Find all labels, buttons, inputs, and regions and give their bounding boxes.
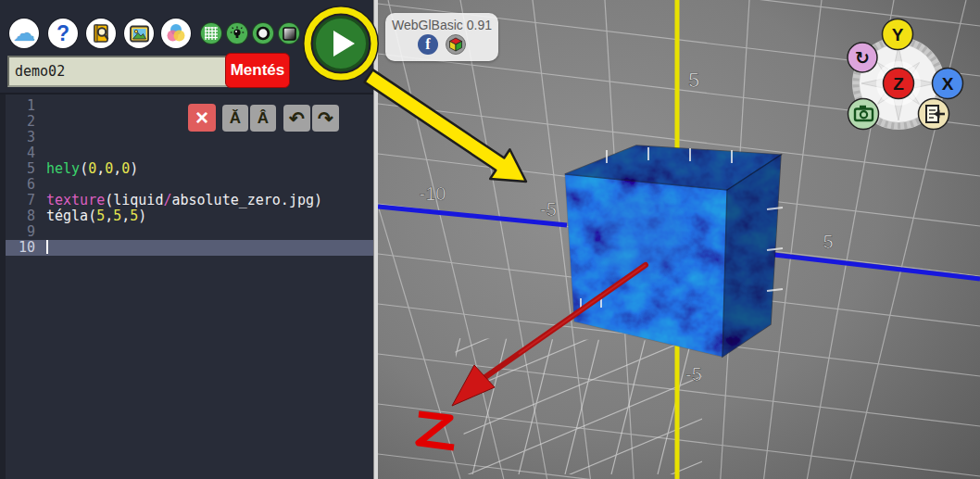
code-line[interactable]: 3 — [6, 130, 373, 145]
image-icon — [129, 23, 150, 44]
file-name-input[interactable] — [7, 56, 230, 87]
nav-z-label: Z — [893, 74, 904, 94]
app-version-label: WebGlBasic 0.91 — [385, 18, 498, 32]
image-button[interactable] — [124, 19, 154, 48]
font-decrease-button[interactable]: Ǎ — [222, 105, 248, 132]
run-button[interactable] — [313, 16, 369, 71]
cloud-icon: ☁ — [13, 22, 35, 44]
nav-rotate-button[interactable]: ↻ — [848, 43, 877, 72]
code-line[interactable]: 10 — [6, 240, 373, 256]
gradient-toggle-button[interactable] — [279, 23, 299, 44]
line-number: 10 — [6, 240, 46, 256]
app-window: ☁ ? — [0, 0, 980, 479]
font-increase-icon: Â — [258, 109, 269, 128]
redo-button[interactable]: ↷ — [312, 105, 339, 132]
book-search-icon — [91, 23, 111, 44]
line-number: 5 — [6, 161, 46, 177]
cube-logo-icon[interactable] — [446, 34, 466, 55]
code-line[interactable]: 5hely(0,0,0) — [6, 161, 373, 177]
line-content: texture(liquid/absolute_zero.jpg) — [46, 193, 322, 208]
help-button[interactable]: ? — [48, 19, 78, 48]
code-line[interactable]: 9 — [6, 224, 373, 240]
cloud-button[interactable]: ☁ — [9, 19, 39, 48]
redo-icon: ↷ — [318, 107, 333, 130]
code-panel: ☁ ? — [0, 0, 373, 479]
close-editor-button[interactable]: × — [188, 104, 216, 132]
color-palette-icon — [165, 22, 187, 44]
code-line[interactable]: 8tégla(5,5,5) — [6, 208, 373, 224]
code-line[interactable]: 4 — [6, 145, 373, 161]
sphere-toggle-button[interactable] — [253, 23, 273, 44]
font-decrease-icon: Ǎ — [230, 109, 241, 128]
grid-toggle-button[interactable] — [201, 23, 221, 44]
viewport-3d[interactable]: -10 -5 5 5 -5 — [378, 0, 980, 479]
nav-rotate-z-button[interactable]: Z — [884, 69, 914, 99]
play-icon — [333, 31, 355, 57]
light-toggle-button[interactable] — [227, 23, 247, 44]
palette-button[interactable] — [161, 19, 191, 48]
axis-label-y-neg5: -5 — [685, 364, 702, 384]
library-search-button[interactable] — [86, 19, 116, 48]
nav-x-label: X — [942, 74, 954, 94]
nav-script-button[interactable] — [919, 99, 949, 130]
line-number: 4 — [6, 145, 46, 161]
main-toolbar: ☁ ? — [0, 0, 373, 95]
light-bulb-icon — [230, 26, 245, 41]
font-increase-button[interactable]: Â — [250, 105, 276, 132]
axis-label-x-neg5: -5 — [540, 199, 557, 220]
scene-canvas: -10 -5 5 5 -5 — [378, 0, 980, 479]
line-number: 3 — [6, 130, 46, 145]
save-button[interactable]: Mentés — [225, 53, 290, 88]
gradient-square-icon — [283, 27, 296, 41]
undo-button[interactable]: ↶ — [283, 105, 310, 132]
question-mark-icon: ? — [57, 21, 69, 46]
undo-icon: ↶ — [289, 107, 305, 130]
axis-label-x-neg10: -10 — [420, 183, 446, 204]
close-icon: × — [195, 107, 208, 129]
text-cursor — [46, 240, 48, 254]
nav-rotate-y-button[interactable]: Y — [883, 19, 913, 50]
line-content: tégla(5,5,5) — [46, 208, 146, 224]
line-number: 2 — [6, 114, 46, 130]
version-info-panel: WebGlBasic 0.91 f — [385, 13, 498, 61]
facebook-icon[interactable]: f — [418, 34, 438, 55]
line-number: 8 — [6, 208, 46, 224]
line-number: 7 — [6, 193, 46, 208]
sphere-icon — [256, 26, 270, 41]
axis-label-y-pos5: 5 — [688, 69, 699, 92]
code-editor[interactable]: 12345hely(0,0,0)67texture(liquid/absolut… — [0, 95, 373, 479]
grid-icon — [205, 27, 218, 40]
line-number: 1 — [6, 98, 46, 114]
nav-screenshot-button[interactable] — [848, 99, 879, 130]
line-content — [46, 240, 48, 256]
nav-rotate-x-button[interactable]: X — [933, 69, 963, 99]
nav-y-label: Y — [892, 25, 904, 44]
axis-label-x-pos5: 5 — [823, 232, 833, 252]
code-line[interactable]: 6 — [6, 177, 373, 193]
code-line[interactable]: 7texture(liquid/absolute_zero.jpg) — [6, 193, 373, 208]
line-content: hely(0,0,0) — [46, 161, 138, 177]
line-number: 9 — [6, 224, 46, 240]
rotate-icon: ↻ — [855, 47, 870, 68]
line-number: 6 — [6, 177, 46, 193]
